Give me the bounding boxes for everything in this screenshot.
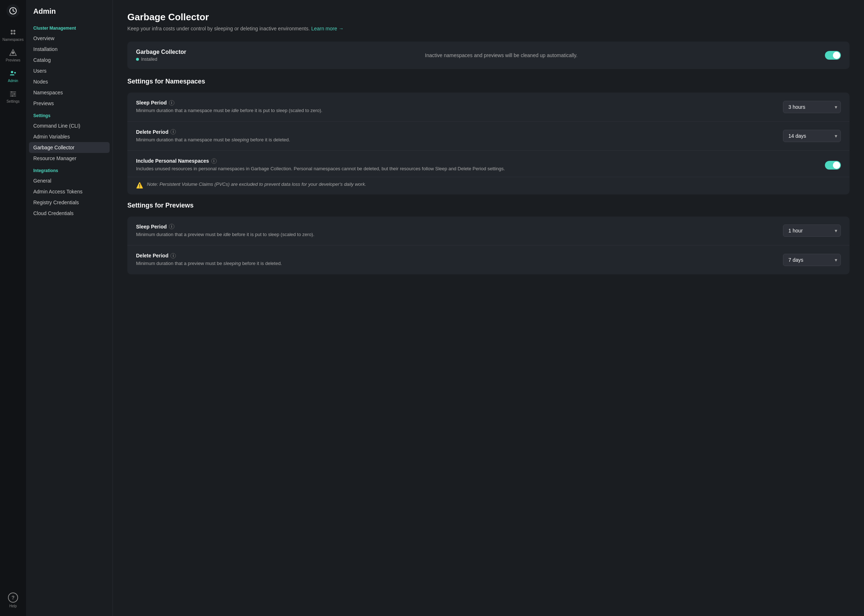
preview-delete-period-info: Delete Period i Minimum duration that a …: [136, 253, 783, 267]
preview-sleep-period-desc: Minimum duration that a preview must be …: [136, 231, 774, 238]
namespace-sleep-period-row: Sleep Period i Minimum duration that a n…: [127, 93, 850, 122]
sidebar-item-namespaces[interactable]: Namespaces: [26, 87, 112, 98]
gc-badge: Installed: [136, 57, 186, 62]
namespace-sleep-period-select[interactable]: 1 hour 2 hours 3 hours 6 hours 12 hours …: [783, 101, 841, 113]
namespace-delete-period-row: Delete Period i Minimum duration that a …: [127, 122, 850, 151]
svg-point-1: [11, 30, 13, 32]
section-cluster-management: Cluster Management: [26, 21, 112, 33]
preview-sleep-period-info: Sleep Period i Minimum duration that a p…: [136, 224, 783, 238]
nav-label-admin: Admin: [8, 79, 18, 83]
namespace-personal-toggle-row: Include Personal Namespaces i Includes u…: [127, 151, 850, 177]
sidebar-item-garbage-collector[interactable]: Garbage Collector: [29, 142, 110, 153]
namespace-delete-period-info: Delete Period i Minimum duration that a …: [136, 129, 783, 143]
gc-name: Garbage Collector: [136, 49, 186, 55]
preview-sleep-period-label: Sleep Period i: [136, 224, 774, 229]
svg-point-14: [11, 96, 13, 97]
namespace-sleep-period-info: Sleep Period i Minimum duration that a n…: [136, 100, 783, 114]
sidebar-item-cloud-credentials[interactable]: Cloud Credentials: [26, 208, 112, 219]
preview-sleep-period-info-icon[interactable]: i: [169, 224, 174, 229]
svg-point-13: [14, 93, 15, 95]
namespace-settings-card: Sleep Period i Minimum duration that a n…: [127, 93, 850, 195]
learn-more-link[interactable]: Learn more →: [311, 26, 343, 31]
svg-point-2: [13, 30, 15, 32]
namespace-delete-period-label: Delete Period i: [136, 129, 774, 135]
svg-point-8: [14, 72, 16, 74]
gc-status-card: Garbage Collector Installed Inactive nam…: [127, 42, 850, 69]
namespace-personal-desc: Includes unused resources in personal na…: [136, 165, 807, 173]
preview-sleep-period-row: Sleep Period i Minimum duration that a p…: [127, 217, 850, 246]
sidebar-item-admin[interactable]: Admin: [0, 66, 26, 86]
gc-info: Garbage Collector Installed: [136, 49, 186, 62]
gc-status-row: Garbage Collector Installed Inactive nam…: [136, 49, 841, 62]
preview-delete-period-label: Delete Period i: [136, 253, 774, 258]
preview-delete-period-select[interactable]: 1 day 3 days 7 days 14 days 30 days Neve…: [783, 254, 841, 266]
gc-toggle[interactable]: [825, 51, 841, 60]
preview-delete-period-select-wrapper: 1 day 3 days 7 days 14 days 30 days Neve…: [783, 254, 841, 266]
sidebar-item-cli[interactable]: Command Line (CLI): [26, 120, 112, 131]
sidebar-item-registry-credentials[interactable]: Registry Credentials: [26, 197, 112, 208]
page-subtitle: Keep your infra costs under control by s…: [127, 26, 850, 31]
namespace-sleep-period-label: Sleep Period i: [136, 100, 774, 105]
namespace-sleep-period-info-icon[interactable]: i: [169, 100, 174, 105]
main-content: Garbage Collector Keep your infra costs …: [113, 0, 864, 616]
preview-delete-period-row: Delete Period i Minimum duration that a …: [127, 245, 850, 274]
preview-settings-header: Settings for Previews: [127, 202, 850, 209]
help-button[interactable]: ? Help: [8, 589, 18, 612]
sidebar-item-users[interactable]: Users: [26, 66, 112, 76]
namespace-personal-label: Include Personal Namespaces i: [136, 158, 807, 164]
svg-point-6: [12, 52, 14, 54]
svg-point-12: [11, 91, 13, 93]
sidebar-item-catalog[interactable]: Catalog: [26, 55, 112, 66]
preview-settings-card: Sleep Period i Minimum duration that a p…: [127, 217, 850, 274]
help-label: Help: [9, 604, 17, 608]
namespace-personal-note: Note: Persistent Volume Claims (PVCs) ar…: [147, 181, 366, 187]
namespace-personal-info: Include Personal Namespaces i Includes u…: [136, 158, 816, 173]
namespace-sleep-period-desc: Minimum duration that a namespace must b…: [136, 107, 774, 114]
section-integrations: Integrations: [26, 164, 112, 175]
sidebar-item-resource-manager[interactable]: Resource Manager: [26, 153, 112, 164]
namespace-personal-info-icon[interactable]: i: [211, 158, 217, 164]
namespace-settings-header: Settings for Namespaces: [127, 78, 850, 85]
page-title: Garbage Collector: [127, 11, 850, 23]
sidebar-item-previews[interactable]: Previews: [26, 98, 112, 109]
sidebar-item-admin-variables[interactable]: Admin Variables: [26, 131, 112, 142]
sidebar-item-admin-access-tokens[interactable]: Admin Access Tokens: [26, 186, 112, 197]
gc-badge-dot: [136, 58, 139, 61]
gc-badge-label: Installed: [141, 57, 158, 62]
sidebar-item-overview[interactable]: Overview: [26, 33, 112, 44]
nav-label-previews: Previews: [6, 58, 20, 62]
preview-delete-period-info-icon[interactable]: i: [170, 253, 176, 258]
sidebar-item-previews[interactable]: Previews: [0, 45, 26, 66]
sidebar-item-general[interactable]: General: [26, 175, 112, 186]
namespace-personal-note-box: ⚠️ Note: Persistent Volume Claims (PVCs)…: [127, 177, 850, 195]
preview-sleep-period-select[interactable]: 30 minutes 1 hour 2 hours 3 hours 6 hour…: [783, 225, 841, 237]
sidebar-title: Admin: [26, 7, 112, 21]
section-settings: Settings: [26, 109, 112, 120]
gc-description: Inactive namespaces and previews will be…: [425, 52, 578, 58]
icon-bar: Namespaces Previews Admin Settings: [0, 0, 26, 616]
sidebar-item-settings[interactable]: Settings: [0, 86, 26, 107]
preview-sleep-period-select-wrapper: 30 minutes 1 hour 2 hours 3 hours 6 hour…: [783, 225, 841, 237]
nav-label-settings: Settings: [6, 99, 19, 104]
sidebar-item-installation[interactable]: Installation: [26, 44, 112, 55]
svg-point-7: [11, 71, 13, 73]
namespace-delete-period-desc: Minimum duration that a namespace must b…: [136, 136, 774, 143]
sidebar-item-namespaces[interactable]: Namespaces: [0, 25, 26, 45]
namespace-personal-toggle[interactable]: [825, 161, 841, 170]
warning-icon: ⚠️: [136, 182, 143, 189]
namespace-delete-period-info-icon[interactable]: i: [170, 129, 176, 135]
preview-delete-period-desc: Minimum duration that a preview must be …: [136, 260, 774, 267]
help-icon: ?: [8, 592, 18, 603]
namespace-sleep-period-select-wrapper: 1 hour 2 hours 3 hours 6 hours 12 hours …: [783, 101, 841, 113]
sidebar: Admin Cluster Management Overview Instal…: [26, 0, 113, 616]
nav-label-namespaces: Namespaces: [3, 38, 24, 42]
namespace-delete-period-select-wrapper: 1 day 3 days 7 days 14 days 30 days Neve…: [783, 130, 841, 142]
sidebar-item-nodes[interactable]: Nodes: [26, 76, 112, 87]
namespace-delete-period-select[interactable]: 1 day 3 days 7 days 14 days 30 days Neve…: [783, 130, 841, 142]
app-logo[interactable]: [6, 4, 19, 17]
svg-point-4: [13, 33, 15, 35]
svg-point-3: [11, 33, 13, 35]
help-section: ? Help: [8, 589, 18, 612]
